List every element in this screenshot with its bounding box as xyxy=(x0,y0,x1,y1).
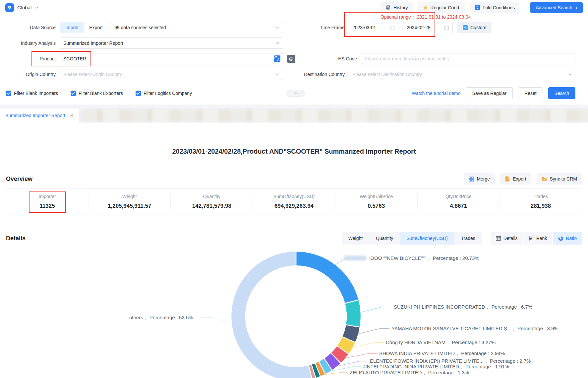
location-pin-icon xyxy=(5,3,14,12)
fold-icon xyxy=(475,5,480,10)
stat-importer: Importer11325 xyxy=(6,194,88,209)
view-tabs: DetailsRankRatio xyxy=(491,232,582,245)
export-file-icon xyxy=(505,176,510,182)
stat-label: Quantity xyxy=(171,194,253,199)
metric-tab-weight[interactable]: Weight xyxy=(342,232,369,245)
checkbox-checked-icon[interactable] xyxy=(136,91,141,96)
chevron-down-icon xyxy=(275,41,279,45)
importer-ratio-chart: "OOO ""NEW BICYCLE"""， Percentage : 20.7… xyxy=(0,247,588,378)
fold-conditions-label: Fold Conditions xyxy=(483,5,515,10)
stat-label: SumOfMoney(USD) xyxy=(253,194,335,199)
hs-code-input[interactable] xyxy=(361,53,575,64)
search-button[interactable]: Search xyxy=(548,87,575,99)
filter-checkbox-1[interactable]: Filter Blank Exporters xyxy=(71,91,123,96)
leader-line-10 xyxy=(201,318,231,324)
destination-country-select[interactable]: Please select Destination Country xyxy=(349,69,575,80)
image-search-icon[interactable] xyxy=(287,55,295,63)
stat-label: Trades xyxy=(500,194,582,199)
custom-range-button[interactable]: Custom xyxy=(457,22,492,33)
stat-label: QtyUnitPrice xyxy=(418,194,500,199)
metric-tab-quantity[interactable]: Quantity xyxy=(369,232,400,245)
close-icon[interactable]: ✕ xyxy=(70,113,74,118)
tutorial-demo-link[interactable]: Watch the tutorial demo xyxy=(412,91,460,96)
stat-weightunitprice: WeightUnitPrice0.5763 xyxy=(335,194,417,209)
rank-icon xyxy=(529,236,534,241)
origin-country-select[interactable]: Please select Origin Country xyxy=(60,69,283,80)
regular-cond-button[interactable]: Regular Cond. xyxy=(418,2,465,13)
data-sources-value: 99 data sources selected xyxy=(114,25,166,30)
advanced-search-button[interactable]: Advanced Search › xyxy=(530,2,583,13)
checkbox-checked-icon[interactable] xyxy=(6,91,11,96)
end-date-input[interactable]: 2024-02-28 xyxy=(403,22,453,33)
collapse-conditions-button[interactable] xyxy=(286,90,305,97)
advanced-search-label: Advanced Search xyxy=(536,5,572,10)
overview-stats: Importer11325Weight1,205,945,911.57Quant… xyxy=(6,189,582,215)
merge-button[interactable]: Merge xyxy=(464,173,495,185)
sync-to-crm-button[interactable]: Sync to CRM xyxy=(537,173,582,185)
stat-value: 281,938 xyxy=(500,203,582,209)
industry-analysis-label: Industry Analysis xyxy=(6,40,56,46)
origin-country-label: Origin Country xyxy=(6,72,56,77)
leader-line-1 xyxy=(361,307,392,312)
product-input[interactable] xyxy=(60,53,283,64)
report-area: 2023/03/01-2024/02/28,Product AND"SCOOTE… xyxy=(0,148,588,378)
metric-tabs: WeightQuantitySumOfMoney(USD)Trades xyxy=(342,232,482,245)
filter-checkbox-label: Filter Blank Importers xyxy=(14,91,58,96)
view-tab-details[interactable]: Details xyxy=(491,232,523,245)
history-button[interactable]: History xyxy=(381,2,413,13)
region-selector[interactable]: Global xyxy=(5,3,39,12)
stat-value: 694,929,263.94 xyxy=(253,203,335,209)
filter-checkbox-label: Filter Logitics Company xyxy=(144,91,192,96)
merge-icon xyxy=(469,177,474,182)
stat-value: 1,205,945,911.57 xyxy=(88,203,170,209)
stat-value: 142,781,579.98 xyxy=(171,203,253,209)
checkbox-checked-icon[interactable] xyxy=(71,91,76,96)
chevron-right-icon: › xyxy=(576,5,577,11)
metric-tab-sumofmoney-usd-[interactable]: SumOfMoney(USD) xyxy=(400,232,454,245)
filter-checkbox-2[interactable]: Filter Logitics Company xyxy=(136,91,192,96)
view-tab-label: Ratio xyxy=(566,236,577,241)
calendar-icon xyxy=(390,25,395,30)
start-date-value: 2023-03-01 xyxy=(352,25,376,30)
tab-summarized-importer-report[interactable]: Summarized Importer Report ✕ xyxy=(0,109,79,122)
translate-icon[interactable] xyxy=(274,55,280,62)
end-date-value: 2024-02-28 xyxy=(407,25,431,30)
data-sources-select[interactable]: 99 data sources selected xyxy=(111,22,283,33)
redacted-tabs-blur xyxy=(82,110,587,121)
product-label: Product xyxy=(6,56,56,61)
export-label: Export xyxy=(513,176,526,182)
filter-checkbox-0[interactable]: Filter Blank Importers xyxy=(6,91,58,96)
export-tab[interactable]: Export xyxy=(84,22,108,33)
import-tab[interactable]: Import xyxy=(60,22,84,33)
view-tab-ratio[interactable]: Ratio xyxy=(553,232,582,245)
history-label: History xyxy=(393,5,408,10)
stat-value: 4.8671 xyxy=(418,203,500,209)
save-as-regular-button[interactable]: Save as Regular xyxy=(466,87,513,99)
filter-checkbox-label: Filter Blank Exporters xyxy=(79,91,123,96)
export-button[interactable]: Export xyxy=(500,173,531,185)
history-icon xyxy=(386,5,391,10)
custom-icon xyxy=(463,25,468,30)
slice-label-0: "OOO ""NEW BICYCLE"""， Percentage : 20.7… xyxy=(369,255,479,262)
fold-conditions-button[interactable]: Fold Conditions xyxy=(470,2,519,13)
start-date-input[interactable]: 2023-03-01 xyxy=(349,22,398,33)
slice-label-1: SUZUKI PHILIPPINES INCORPORATED， Percent… xyxy=(394,304,532,310)
reset-button[interactable]: Reset xyxy=(518,87,543,99)
industry-analysis-select[interactable]: Summarized Importer Report xyxy=(60,38,283,49)
stat-trades: Trades281,938 xyxy=(500,194,582,209)
slice-label-4: SHOWA INDIA PRIVATE LIMITED， Percentage … xyxy=(379,350,505,357)
stat-value: 11325 xyxy=(6,203,88,209)
chevron-down-icon xyxy=(568,72,572,76)
filter-checkboxes: Filter Blank ImportersFilter Blank Expor… xyxy=(6,91,205,96)
overview-heading: Overview xyxy=(6,176,32,183)
metric-tab-trades[interactable]: Trades xyxy=(454,232,482,245)
optional-range-note: Optional range： 2021-01-01 to 2024-03-04 xyxy=(381,14,471,20)
slice-label-2: YAMAHA MOTOR SANAYI VE TİCARET LİMİTED Ş… xyxy=(391,326,559,332)
chevron-down-icon xyxy=(275,72,279,76)
slice-label-7: ZELIO AUTO PRIVATE LIMITED， Percentage :… xyxy=(350,370,469,376)
view-tab-rank[interactable]: Rank xyxy=(524,232,553,245)
crm-folder-icon xyxy=(542,177,547,181)
stat-value: 0.5763 xyxy=(335,203,417,209)
donut-slice-1[interactable] xyxy=(345,300,361,327)
donut-slice-10[interactable] xyxy=(231,251,312,378)
